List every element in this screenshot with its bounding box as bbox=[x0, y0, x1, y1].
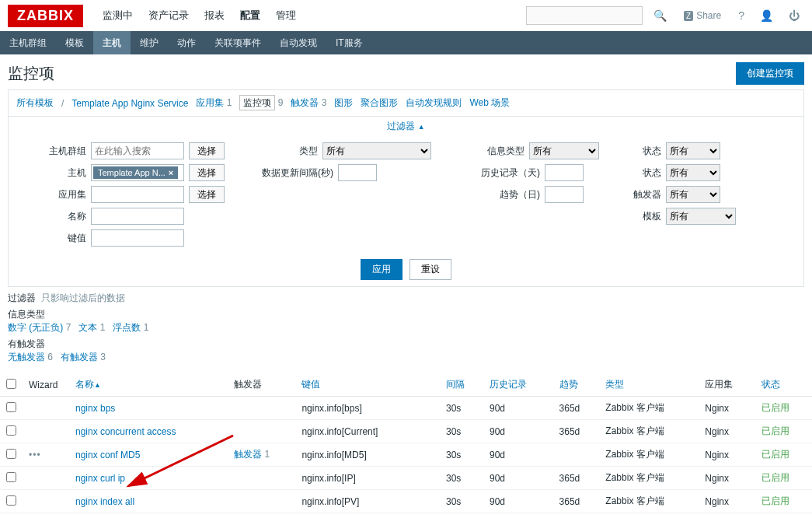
subfilter-item[interactable]: 文本 bbox=[78, 322, 97, 333]
interval-label: 数据更新间隔(秒) bbox=[248, 166, 333, 180]
power-icon[interactable]: ⏻ bbox=[784, 9, 804, 22]
subfilter-item[interactable]: 有触发器 bbox=[61, 352, 98, 362]
page-title: 监控项 bbox=[8, 63, 54, 84]
table-row: nginx bpsnginx.info[bps]30s90d365dZabbix… bbox=[0, 397, 812, 420]
trends-label: 趋势（日) bbox=[455, 188, 540, 201]
host-label: 主机 bbox=[16, 166, 86, 180]
sub-nav-item[interactable]: 模板 bbox=[56, 31, 93, 54]
top-nav-item[interactable]: 配置 bbox=[232, 0, 268, 31]
status-toggle[interactable]: 已启用 bbox=[761, 495, 789, 506]
col-interval[interactable]: 间隔 bbox=[446, 379, 465, 390]
appset-label: 应用集 bbox=[16, 188, 86, 201]
appset-select-button[interactable]: 选择 bbox=[189, 186, 225, 203]
subfilter-item[interactable]: 数字 (无正负) bbox=[8, 322, 63, 333]
status-toggle[interactable]: 已启用 bbox=[761, 449, 789, 460]
col-appset: 应用集 bbox=[699, 373, 755, 397]
table-row: nginx index allnginx.info[PV]30s90d365dZ… bbox=[0, 490, 812, 513]
host-select-button[interactable]: 选择 bbox=[189, 164, 225, 181]
top-nav-item[interactable]: 管理 bbox=[268, 0, 304, 31]
table-row: nginx concurrent accessnginx.info[Curren… bbox=[0, 420, 812, 443]
crumb-tab[interactable]: 聚合图形 bbox=[361, 97, 398, 108]
help-icon[interactable]: ? bbox=[734, 9, 749, 22]
crumb-template[interactable]: Template App Nginx Service bbox=[71, 98, 188, 109]
select-all-checkbox[interactable] bbox=[6, 379, 16, 389]
col-name-sort[interactable]: 名称▲ bbox=[75, 379, 101, 390]
type-select[interactable]: 所有 bbox=[322, 142, 431, 159]
items-table: Wizard 名称▲ 触发器 键值 间隔 历史记录 趋势 类型 应用集 状态 n… bbox=[0, 373, 812, 518]
search-input[interactable] bbox=[526, 6, 643, 25]
create-item-button[interactable]: 创建监控项 bbox=[736, 62, 804, 85]
crumb-tab[interactable]: 图形 bbox=[334, 97, 353, 108]
template-select[interactable]: 所有 bbox=[666, 208, 736, 225]
reset-button[interactable]: 重设 bbox=[409, 259, 451, 280]
sub-nav: 主机群组模板主机维护动作关联项事件自动发现IT服务 bbox=[0, 31, 812, 54]
status-toggle[interactable]: 已启用 bbox=[761, 472, 789, 483]
crumb-all-templates[interactable]: 所有模板 bbox=[16, 96, 54, 110]
row-checkbox[interactable] bbox=[6, 425, 16, 436]
col-triggers: 触发器 bbox=[228, 373, 296, 397]
share-link[interactable]: ZShare bbox=[678, 10, 727, 21]
interval-input[interactable] bbox=[338, 164, 377, 181]
sub-nav-item[interactable]: 主机 bbox=[93, 31, 131, 54]
filter-toggle[interactable]: 过滤器 ▲ bbox=[387, 121, 424, 131]
row-checkbox[interactable] bbox=[6, 472, 16, 482]
crumb-tab[interactable]: 应用集 bbox=[196, 97, 224, 108]
status-toggle[interactable]: 已启用 bbox=[761, 425, 789, 436]
crumb-tab[interactable]: 自动发现规则 bbox=[406, 97, 462, 108]
col-type[interactable]: 类型 bbox=[605, 379, 624, 390]
item-name-link[interactable]: nginx conf MD5 bbox=[75, 450, 140, 460]
sub-nav-item[interactable]: 关联项事件 bbox=[205, 31, 270, 54]
crumb-tab[interactable]: Web 场景 bbox=[469, 97, 510, 108]
subfilter-item[interactable]: 无触发器 bbox=[8, 352, 45, 362]
subfilter-item[interactable]: 浮点数 bbox=[113, 322, 141, 333]
trends-input[interactable] bbox=[545, 186, 584, 203]
sub-nav-item[interactable]: IT服务 bbox=[326, 31, 372, 54]
top-nav-item[interactable]: 报表 bbox=[197, 0, 232, 31]
key-input[interactable] bbox=[91, 229, 184, 247]
col-key[interactable]: 键值 bbox=[301, 379, 320, 390]
state-label: 状态 bbox=[622, 145, 661, 158]
history-input[interactable] bbox=[545, 164, 584, 181]
infotype-select[interactable]: 所有 bbox=[529, 142, 599, 159]
item-name-link[interactable]: nginx index all bbox=[75, 496, 134, 507]
user-icon[interactable]: 👤 bbox=[755, 9, 778, 22]
host-tag[interactable]: Template App N...× bbox=[93, 166, 178, 179]
col-status[interactable]: 状态 bbox=[761, 379, 780, 390]
row-checkbox[interactable] bbox=[6, 402, 16, 412]
item-name-link[interactable]: nginx curl ip bbox=[75, 473, 125, 484]
subfilter-hint: 只影响过滤后的数据 bbox=[41, 292, 125, 303]
hostgroup-input[interactable] bbox=[91, 142, 184, 159]
col-trends[interactable]: 趋势 bbox=[559, 379, 578, 390]
status-label: 状态 bbox=[622, 166, 661, 180]
item-name-link[interactable]: nginx concurrent access bbox=[75, 426, 176, 437]
top-nav-item[interactable]: 监测中 bbox=[95, 0, 141, 31]
search-icon[interactable]: 🔍 bbox=[649, 9, 671, 22]
state-select[interactable]: 所有 bbox=[666, 142, 720, 159]
sub-nav-item[interactable]: 自动发现 bbox=[270, 31, 326, 54]
subfilter-title: 过滤器 bbox=[8, 292, 36, 303]
table-row: nginx index status触发器1nginx.info[index]3… bbox=[0, 513, 812, 519]
status-select[interactable]: 所有 bbox=[666, 164, 720, 181]
sub-nav-item[interactable]: 主机群组 bbox=[0, 31, 56, 54]
triggers-select[interactable]: 所有 bbox=[666, 186, 720, 203]
item-name-link[interactable]: nginx bps bbox=[75, 403, 115, 414]
row-checkbox[interactable] bbox=[6, 449, 16, 459]
apply-button[interactable]: 应用 bbox=[361, 259, 403, 280]
col-history[interactable]: 历史记录 bbox=[490, 379, 527, 390]
status-toggle[interactable]: 已启用 bbox=[761, 402, 789, 413]
hostgroup-select-button[interactable]: 选择 bbox=[189, 142, 225, 159]
item-triggers-link[interactable]: 触发器 bbox=[234, 449, 262, 460]
crumb-tab[interactable]: 监控项 bbox=[239, 95, 275, 110]
host-tag-remove-icon[interactable]: × bbox=[169, 168, 173, 177]
crumb-tab[interactable]: 触发器 bbox=[291, 97, 319, 108]
wizard-icon[interactable]: ••• bbox=[29, 450, 41, 460]
sub-nav-item[interactable]: 动作 bbox=[168, 31, 205, 54]
top-nav-item[interactable]: 资产记录 bbox=[141, 0, 197, 31]
sub-nav-item[interactable]: 维护 bbox=[131, 31, 168, 54]
table-row: nginx curl ipnginx.info[IP]30s90d365dZab… bbox=[0, 467, 812, 490]
row-checkbox[interactable] bbox=[6, 495, 16, 506]
subfilter-group-label: 有触发器 bbox=[8, 338, 804, 351]
name-input[interactable] bbox=[91, 208, 184, 225]
appset-input[interactable] bbox=[91, 186, 184, 203]
host-input[interactable]: Template App N...× bbox=[91, 164, 184, 181]
